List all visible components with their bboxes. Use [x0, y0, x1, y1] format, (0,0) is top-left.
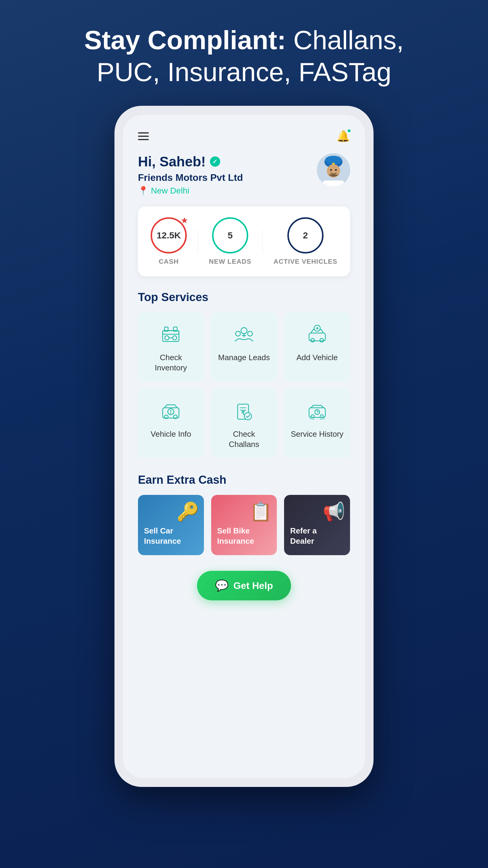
service-check-inventory[interactable]: Check Inventory [138, 312, 204, 381]
location-text: New Delhi [151, 186, 190, 195]
svg-rect-7 [323, 181, 344, 187]
svg-point-6 [335, 169, 337, 171]
whatsapp-icon: 💬 [215, 579, 229, 592]
phone-shell: 🔔 Hi, Saheb! ✓ Friends Motors Pvt Ltd 📍 … [115, 106, 373, 787]
svg-point-17 [248, 331, 253, 336]
svg-rect-20 [309, 333, 325, 341]
sell-bike-insurance-label: Sell BikeInsurance [217, 526, 254, 547]
leads-label: Manage Leads [218, 352, 270, 363]
stat-leads: 5 NEW LEADS [209, 217, 252, 266]
notification-bell[interactable]: 🔔 [336, 130, 350, 143]
svg-point-11 [173, 336, 177, 340]
stat-divider-1 [198, 229, 198, 253]
earn-grid: 🔑 Sell CarInsurance 📋 Sell BikeInsurance… [138, 495, 350, 555]
svg-line-44 [320, 418, 325, 419]
earn-refer-dealer[interactable]: 📢 Refer aDealer [284, 495, 350, 555]
svg-rect-8 [163, 331, 179, 341]
service-add-vehicle[interactable]: Add Vehicle [284, 312, 350, 381]
vehicles-circle: 2 [287, 217, 324, 253]
avatar [317, 153, 350, 187]
svg-point-36 [244, 412, 252, 420]
hero-bold: Stay Compliant: [84, 25, 286, 55]
user-info: Hi, Saheb! ✓ Friends Motors Pvt Ltd 📍 Ne… [138, 153, 317, 195]
user-section: Hi, Saheb! ✓ Friends Motors Pvt Ltd 📍 Ne… [138, 153, 350, 195]
vehicle-info-icon [159, 400, 183, 424]
service-history-label: Service History [291, 429, 344, 439]
challans-label: Check Challans [217, 429, 271, 450]
add-vehicle-icon [305, 323, 329, 347]
vehicles-label: ACTIVE VEHICLES [273, 258, 337, 266]
leads-value: 5 [228, 230, 233, 241]
earn-cash-title: Earn Extra Cash [138, 473, 350, 487]
insurance-doc-icon: 📋 [250, 501, 272, 522]
sell-car-insurance-label: Sell CarInsurance [144, 526, 181, 547]
svg-point-21 [311, 338, 315, 342]
earn-sell-car-insurance[interactable]: 🔑 Sell CarInsurance [138, 495, 204, 555]
leads-icon [232, 323, 256, 347]
stat-divider-2 [262, 229, 263, 253]
top-bar: 🔔 [138, 130, 350, 143]
service-history-icon [305, 400, 329, 424]
service-manage-leads[interactable]: Manage Leads [211, 312, 277, 381]
car-keys-icon: 🔑 [176, 501, 199, 522]
svg-line-43 [310, 418, 315, 419]
svg-point-5 [330, 169, 332, 171]
vehicles-value: 2 [303, 230, 308, 241]
stat-cash: 12.5K CASH [151, 217, 187, 266]
megaphone-icon: 📢 [323, 501, 345, 522]
get-help-button[interactable]: 💬 Get Help [197, 571, 291, 600]
service-vehicle-info[interactable]: Vehicle Info [138, 389, 204, 458]
cash-label: CASH [151, 258, 187, 266]
leads-label: NEW LEADS [209, 258, 252, 266]
svg-point-22 [320, 338, 324, 342]
hamburger-menu[interactable] [138, 132, 149, 140]
stat-vehicles: 2 ACTIVE VEHICLES [273, 217, 337, 266]
inventory-icon [159, 323, 183, 347]
phone-inner: 🔔 Hi, Saheb! ✓ Friends Motors Pvt Ltd 📍 … [123, 115, 365, 778]
challans-icon: ₹ [232, 400, 256, 424]
top-services-title: Top Services [138, 291, 350, 304]
refer-dealer-label: Refer aDealer [290, 526, 317, 547]
user-greeting: Hi, Saheb! ✓ [138, 153, 317, 170]
add-vehicle-label: Add Vehicle [296, 352, 338, 363]
company-name: Friends Motors Pvt Ltd [138, 172, 317, 183]
location-pin-icon: 📍 [138, 186, 149, 195]
service-check-challans[interactable]: ₹ Check Challans [211, 389, 277, 458]
services-grid: Check Inventory Manage L [138, 312, 350, 458]
greeting-text: Hi, Saheb! [138, 153, 206, 170]
verified-badge: ✓ [210, 156, 220, 167]
service-service-history[interactable]: Service History [284, 389, 350, 458]
cash-circle: 12.5K [151, 217, 187, 253]
cash-value: 12.5K [157, 230, 181, 241]
location: 📍 New Delhi [138, 186, 317, 195]
svg-point-16 [235, 331, 240, 336]
svg-point-15 [241, 328, 247, 334]
hero-title: Stay Compliant: Challans,PUC, Insurance,… [60, 24, 428, 88]
earn-sell-bike-insurance[interactable]: 📋 Sell BikeInsurance [211, 495, 277, 555]
help-button-label: Get Help [233, 580, 273, 591]
notification-dot [347, 129, 351, 133]
svg-point-30 [170, 410, 171, 411]
svg-point-10 [165, 336, 169, 340]
inventory-label: Check Inventory [144, 352, 198, 373]
vehicle-info-label: Vehicle Info [151, 429, 191, 439]
stats-card: 12.5K CASH 5 NEW LEADS 2 ACTIVE VEHIC [138, 207, 350, 276]
phone-screen: 🔔 Hi, Saheb! ✓ Friends Motors Pvt Ltd 📍 … [123, 115, 365, 778]
leads-circle: 5 [212, 217, 248, 253]
